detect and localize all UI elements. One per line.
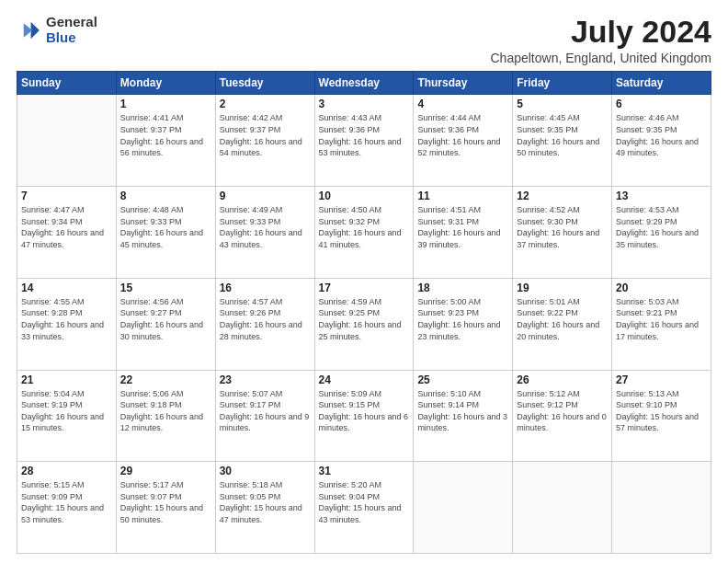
day-info: Sunrise: 5:04 AM Sunset: 9:19 PM Dayligh… (21, 388, 112, 434)
calendar-cell: 6Sunrise: 4:46 AM Sunset: 9:35 PM Daylig… (612, 95, 711, 187)
calendar-cell: 30Sunrise: 5:18 AM Sunset: 9:05 PM Dayli… (215, 462, 314, 554)
calendar-cell: 18Sunrise: 5:00 AM Sunset: 9:23 PM Dayli… (414, 278, 513, 370)
day-number: 5 (517, 98, 608, 110)
logo: General Blue (17, 15, 97, 45)
calendar-cell (612, 462, 711, 554)
calendar-cell: 10Sunrise: 4:50 AM Sunset: 9:32 PM Dayli… (314, 187, 414, 279)
calendar-cell (513, 462, 612, 554)
day-number: 11 (417, 190, 508, 202)
day-info: Sunrise: 4:42 AM Sunset: 9:37 PM Dayligh… (220, 112, 311, 158)
day-info: Sunrise: 5:07 AM Sunset: 9:17 PM Dayligh… (220, 388, 311, 434)
title-block: July 2024 Chapeltown, England, United Ki… (491, 15, 712, 65)
header-row: Sunday Monday Tuesday Wednesday Thursday… (17, 72, 711, 95)
day-info: Sunrise: 4:47 AM Sunset: 9:34 PM Dayligh… (21, 204, 112, 250)
week-row-0: 1Sunrise: 4:41 AM Sunset: 9:37 PM Daylig… (17, 95, 711, 187)
day-info: Sunrise: 4:43 AM Sunset: 9:36 PM Dayligh… (319, 112, 410, 158)
day-number: 30 (220, 465, 311, 477)
calendar-cell: 12Sunrise: 4:52 AM Sunset: 9:30 PM Dayli… (513, 187, 612, 279)
day-number: 9 (220, 190, 311, 202)
day-number: 27 (616, 373, 707, 386)
day-info: Sunrise: 4:55 AM Sunset: 9:28 PM Dayligh… (21, 296, 112, 342)
week-row-1: 7Sunrise: 4:47 AM Sunset: 9:34 PM Daylig… (17, 187, 711, 279)
calendar-cell: 20Sunrise: 5:03 AM Sunset: 9:21 PM Dayli… (612, 278, 711, 370)
logo-icon (17, 17, 42, 43)
calendar-cell: 2Sunrise: 4:42 AM Sunset: 9:37 PM Daylig… (215, 95, 314, 187)
calendar-cell: 22Sunrise: 5:06 AM Sunset: 9:18 PM Dayli… (116, 370, 215, 462)
day-number: 14 (21, 282, 112, 294)
calendar-cell: 13Sunrise: 4:53 AM Sunset: 9:29 PM Dayli… (612, 187, 711, 279)
col-tuesday: Tuesday (215, 72, 314, 95)
calendar-cell: 5Sunrise: 4:45 AM Sunset: 9:35 PM Daylig… (513, 95, 612, 187)
day-number: 15 (120, 282, 211, 294)
day-number: 20 (616, 282, 707, 294)
day-info: Sunrise: 4:49 AM Sunset: 9:33 PM Dayligh… (220, 204, 311, 250)
calendar-cell: 19Sunrise: 5:01 AM Sunset: 9:22 PM Dayli… (513, 278, 612, 370)
calendar-cell: 26Sunrise: 5:12 AM Sunset: 9:12 PM Dayli… (513, 370, 612, 462)
logo-general-text: General (46, 15, 97, 30)
page: General Blue July 2024 Chapeltown, Engla… (0, 0, 728, 563)
day-info: Sunrise: 4:44 AM Sunset: 9:36 PM Dayligh… (417, 112, 508, 158)
calendar-cell: 8Sunrise: 4:48 AM Sunset: 9:33 PM Daylig… (116, 187, 215, 279)
day-info: Sunrise: 4:46 AM Sunset: 9:35 PM Dayligh… (616, 112, 707, 158)
day-info: Sunrise: 5:17 AM Sunset: 9:07 PM Dayligh… (120, 479, 211, 525)
calendar-cell: 28Sunrise: 5:15 AM Sunset: 9:09 PM Dayli… (17, 462, 117, 554)
col-friday: Friday (513, 72, 612, 95)
day-info: Sunrise: 5:18 AM Sunset: 9:05 PM Dayligh… (220, 479, 311, 525)
day-number: 8 (120, 190, 211, 202)
calendar-cell: 17Sunrise: 4:59 AM Sunset: 9:25 PM Dayli… (314, 278, 414, 370)
day-info: Sunrise: 5:00 AM Sunset: 9:23 PM Dayligh… (417, 296, 508, 342)
day-info: Sunrise: 4:59 AM Sunset: 9:25 PM Dayligh… (319, 296, 410, 342)
day-number: 2 (220, 98, 311, 110)
day-number: 29 (120, 465, 211, 477)
day-info: Sunrise: 4:45 AM Sunset: 9:35 PM Dayligh… (517, 112, 608, 158)
calendar-cell: 27Sunrise: 5:13 AM Sunset: 9:10 PM Dayli… (612, 370, 711, 462)
day-number: 13 (616, 190, 707, 202)
day-number: 28 (21, 465, 112, 477)
location-subtitle: Chapeltown, England, United Kingdom (491, 51, 712, 65)
day-info: Sunrise: 5:09 AM Sunset: 9:15 PM Dayligh… (319, 388, 410, 434)
day-number: 4 (417, 98, 508, 110)
day-number: 19 (517, 282, 608, 294)
day-info: Sunrise: 4:56 AM Sunset: 9:27 PM Dayligh… (120, 296, 211, 342)
day-info: Sunrise: 5:03 AM Sunset: 9:21 PM Dayligh… (616, 296, 707, 342)
day-info: Sunrise: 4:48 AM Sunset: 9:33 PM Dayligh… (120, 204, 211, 250)
calendar-cell: 4Sunrise: 4:44 AM Sunset: 9:36 PM Daylig… (414, 95, 513, 187)
calendar-cell: 31Sunrise: 5:20 AM Sunset: 9:04 PM Dayli… (314, 462, 414, 554)
calendar-cell (17, 95, 117, 187)
calendar-cell: 3Sunrise: 4:43 AM Sunset: 9:36 PM Daylig… (314, 95, 414, 187)
week-row-2: 14Sunrise: 4:55 AM Sunset: 9:28 PM Dayli… (17, 278, 711, 370)
calendar-cell (414, 462, 513, 554)
calendar-cell: 11Sunrise: 4:51 AM Sunset: 9:31 PM Dayli… (414, 187, 513, 279)
col-monday: Monday (116, 72, 215, 95)
day-number: 21 (21, 373, 112, 386)
col-sunday: Sunday (17, 72, 117, 95)
calendar-cell: 9Sunrise: 4:49 AM Sunset: 9:33 PM Daylig… (215, 187, 314, 279)
day-info: Sunrise: 4:50 AM Sunset: 9:32 PM Dayligh… (319, 204, 410, 250)
day-info: Sunrise: 5:06 AM Sunset: 9:18 PM Dayligh… (120, 388, 211, 434)
day-info: Sunrise: 5:10 AM Sunset: 9:14 PM Dayligh… (417, 388, 508, 434)
logo-blue-text: Blue (46, 30, 97, 46)
day-info: Sunrise: 4:51 AM Sunset: 9:31 PM Dayligh… (417, 204, 508, 250)
day-info: Sunrise: 4:53 AM Sunset: 9:29 PM Dayligh… (616, 204, 707, 250)
month-title: July 2024 (491, 15, 712, 49)
col-thursday: Thursday (414, 72, 513, 95)
day-number: 22 (120, 373, 211, 386)
day-info: Sunrise: 4:52 AM Sunset: 9:30 PM Dayligh… (517, 204, 608, 250)
calendar-cell: 14Sunrise: 4:55 AM Sunset: 9:28 PM Dayli… (17, 278, 117, 370)
day-number: 25 (417, 373, 508, 386)
day-number: 16 (220, 282, 311, 294)
day-number: 1 (120, 98, 211, 110)
day-number: 3 (319, 98, 410, 110)
day-info: Sunrise: 5:13 AM Sunset: 9:10 PM Dayligh… (616, 388, 707, 434)
week-row-3: 21Sunrise: 5:04 AM Sunset: 9:19 PM Dayli… (17, 370, 711, 462)
calendar-cell: 29Sunrise: 5:17 AM Sunset: 9:07 PM Dayli… (116, 462, 215, 554)
day-info: Sunrise: 5:20 AM Sunset: 9:04 PM Dayligh… (319, 479, 410, 525)
day-info: Sunrise: 5:15 AM Sunset: 9:09 PM Dayligh… (21, 479, 112, 525)
calendar-cell: 25Sunrise: 5:10 AM Sunset: 9:14 PM Dayli… (414, 370, 513, 462)
week-row-4: 28Sunrise: 5:15 AM Sunset: 9:09 PM Dayli… (17, 462, 711, 554)
day-number: 31 (319, 465, 410, 477)
day-number: 10 (319, 190, 410, 202)
day-info: Sunrise: 5:01 AM Sunset: 9:22 PM Dayligh… (517, 296, 608, 342)
header: General Blue July 2024 Chapeltown, Engla… (17, 15, 711, 65)
day-number: 12 (517, 190, 608, 202)
